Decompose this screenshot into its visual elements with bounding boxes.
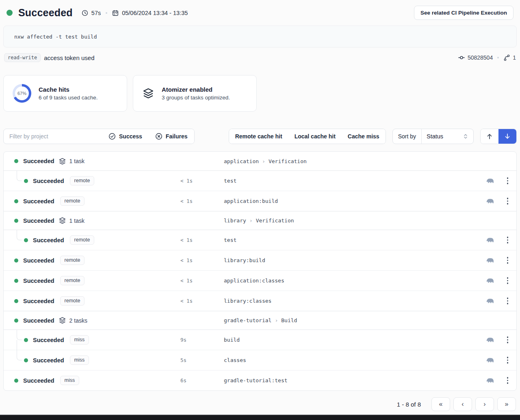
gradle-elephant-icon[interactable]: [486, 356, 495, 365]
gradle-elephant-icon[interactable]: [486, 177, 495, 185]
task-duration: < 1s: [180, 178, 193, 184]
status-label: Succeeded: [33, 337, 64, 343]
status-dot: [14, 319, 18, 323]
row-menu-button[interactable]: [505, 255, 510, 265]
status-label: Succeeded: [23, 377, 54, 384]
success-filter-button[interactable]: Success: [102, 129, 149, 144]
cache-miss-button[interactable]: Cache miss: [342, 129, 386, 144]
circle-x-icon: [155, 133, 162, 140]
cache-hits-title: Cache hits: [39, 86, 98, 93]
command-text: nxw affected -t test build: [14, 34, 97, 40]
cache-filter-group: Remote cache hit Local cache hit Cache m…: [229, 129, 386, 144]
access-token-badge: read-write: [4, 53, 41, 62]
row-menu-button[interactable]: [505, 375, 510, 386]
atomizer-card: Atomizer enabled 3 groups of tasks optim…: [133, 75, 257, 112]
task-row[interactable]: Succeeded remote < 1s application:classe…: [4, 270, 516, 291]
project-filter-input[interactable]: [4, 129, 102, 144]
cache-badge: miss: [70, 335, 89, 345]
remote-cache-hit-button[interactable]: Remote cache hit: [229, 129, 288, 144]
status-dot: [14, 219, 18, 223]
task-row[interactable]: Succeeded miss 9s build: [4, 330, 516, 350]
row-menu-button[interactable]: [505, 196, 510, 206]
row-menu-button[interactable]: [505, 355, 510, 365]
gradle-elephant-icon[interactable]: [486, 336, 495, 345]
gradle-elephant-icon[interactable]: [486, 256, 495, 265]
task-target: classes: [224, 357, 246, 363]
task-target: test: [224, 237, 236, 243]
atomizer-subtitle: 3 groups of tasks optimized.: [162, 95, 230, 101]
cache-hits-card: 67% Cache hits 6 of 9 tasks used cache.: [3, 75, 127, 112]
sort-selected-value: Status: [427, 133, 443, 140]
sort-direction-group: [480, 129, 517, 144]
cache-badge: remote: [60, 276, 85, 285]
filter-bar: Success Failures Remote cache hit Local …: [3, 129, 517, 144]
cache-badge: remote: [70, 176, 95, 185]
status-label: Succeeded: [23, 298, 54, 304]
row-menu-button[interactable]: [505, 276, 510, 286]
status-dot: [24, 179, 28, 183]
task-row[interactable]: Succeeded remote < 1s test: [4, 170, 516, 191]
task-group-row[interactable]: Succeeded 2 tasks gradle-tutorial › Buil…: [4, 311, 516, 330]
sort-ascending-button[interactable]: [481, 129, 498, 144]
pagination-range-label: 1 - 8 of 8: [397, 401, 421, 408]
task-target: gradle-tutorial:test: [224, 377, 288, 383]
status-dot: [14, 159, 18, 163]
gradle-elephant-icon[interactable]: [486, 236, 495, 245]
status-label: Succeeded: [23, 257, 54, 264]
gradle-elephant-icon[interactable]: [486, 197, 495, 206]
sort-select[interactable]: Status: [421, 129, 473, 144]
row-menu-button[interactable]: [505, 296, 510, 306]
gradle-elephant-icon[interactable]: [486, 276, 495, 285]
status-label: Succeeded: [23, 278, 54, 284]
next-page-button[interactable]: ›: [475, 397, 494, 411]
failures-filter-label: Failures: [166, 133, 188, 140]
task-row[interactable]: Succeeded remote < 1s application:build: [4, 191, 516, 211]
status-label: Succeeded: [33, 237, 64, 243]
local-cache-hit-button[interactable]: Local cache hit: [288, 129, 342, 144]
cache-hits-progress-ring: 67%: [13, 84, 31, 103]
task-target: application:classes: [224, 278, 284, 284]
circle-check-icon: [108, 133, 116, 140]
failures-filter-button[interactable]: Failures: [149, 129, 194, 144]
command-box: nxw affected -t test build: [3, 26, 517, 47]
task-row[interactable]: Succeeded remote < 1s library:build: [4, 250, 516, 270]
status-dot: [14, 199, 18, 203]
task-duration: < 1s: [180, 198, 193, 204]
project-path: library › Verification: [224, 218, 294, 224]
row-menu-button[interactable]: [505, 235, 510, 245]
layers-icon: [58, 217, 66, 224]
tree-connector: [17, 330, 22, 340]
last-page-button[interactable]: »: [497, 397, 516, 411]
status-label: Succeeded: [33, 357, 64, 364]
tree-connector: [17, 230, 22, 240]
vcs-info: 50828504 1: [458, 54, 516, 61]
gradle-elephant-icon[interactable]: [486, 297, 495, 306]
cache-badge: remote: [60, 256, 85, 265]
calendar-icon: [112, 10, 119, 16]
first-page-button[interactable]: «: [431, 397, 450, 411]
task-row[interactable]: Succeeded miss 6s gradle-tutorial:test: [4, 370, 516, 390]
sort-by-label: Sort by: [393, 129, 421, 144]
task-row[interactable]: Succeeded miss 5s classes: [4, 350, 516, 370]
project-filter-group: Success Failures: [3, 129, 195, 144]
gradle-elephant-icon[interactable]: [486, 376, 495, 385]
row-menu-button[interactable]: [505, 335, 510, 345]
sort-descending-button[interactable]: [498, 129, 516, 144]
task-row[interactable]: Succeeded remote < 1s library:classes: [4, 291, 516, 311]
commit-sha[interactable]: 50828504: [468, 54, 493, 61]
run-status-title: Succeeded: [18, 7, 73, 19]
previous-page-button[interactable]: ‹: [453, 397, 472, 411]
success-filter-label: Success: [119, 133, 142, 140]
branch-icon: [503, 54, 510, 61]
task-duration: 9s: [180, 337, 186, 343]
see-related-pipeline-button[interactable]: See related CI Pipeline Execution: [414, 6, 514, 20]
task-count: 1 task: [69, 218, 84, 224]
cache-badge: miss: [60, 376, 80, 385]
status-dot: [14, 379, 18, 383]
commit-icon: [458, 54, 465, 61]
task-group-row[interactable]: Succeeded 1 task library › Verification: [4, 211, 516, 230]
task-group-row[interactable]: Succeeded 1 task application › Verificat…: [4, 152, 516, 170]
project-path: gradle-tutorial › Build: [224, 317, 297, 323]
task-row[interactable]: Succeeded remote < 1s test: [4, 230, 516, 250]
row-menu-button[interactable]: [505, 176, 510, 186]
